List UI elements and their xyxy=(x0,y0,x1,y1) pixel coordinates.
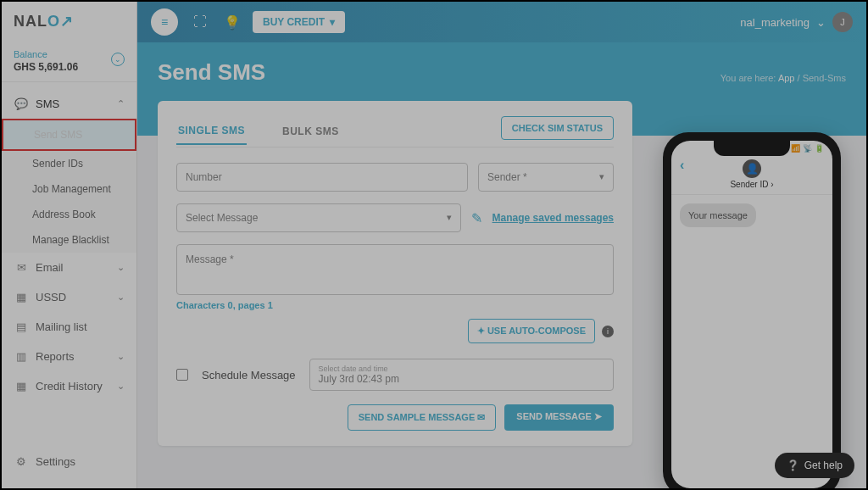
nav-mailing-list[interactable]: ▤Mailing list xyxy=(2,312,136,342)
message-bubble: Your message xyxy=(680,203,756,227)
help-icon: ❔ xyxy=(787,459,799,471)
pages-value: 1 xyxy=(268,300,273,310)
history-icon: ▦ xyxy=(14,380,29,393)
nav: 💬 SMS ⌃ Send SMS Sender IDs Job Manageme… xyxy=(2,82,136,435)
date-input[interactable]: Select date and time July 3rd 02:43 pm xyxy=(309,359,614,391)
nav-label: USSD xyxy=(36,291,66,303)
phone-avatar-icon: 👤 xyxy=(743,159,761,178)
nav-label: Mailing list xyxy=(36,320,87,333)
battery-icon: 🔋 xyxy=(815,144,824,153)
phone-notch xyxy=(714,141,790,156)
tab-single-sms[interactable]: SINGLE SMS xyxy=(176,118,247,145)
sub-manage-blacklist[interactable]: Manage Blacklist xyxy=(2,227,136,253)
info-icon[interactable]: i xyxy=(602,326,614,337)
chevron-down-icon: ⌄ xyxy=(117,292,125,303)
sidebar-toggle-button[interactable]: ≡ xyxy=(151,8,178,36)
check-sim-button[interactable]: CHECK SIM STATUS xyxy=(501,116,614,140)
nav-label: Settings xyxy=(36,455,75,468)
phone-header: ‹ 👤 Sender ID › xyxy=(671,156,832,195)
nav-label: Credit History xyxy=(36,380,103,393)
manage-saved-link[interactable]: Manage saved messages xyxy=(492,212,614,224)
chars-label: Characters xyxy=(176,300,225,310)
tabs: SINGLE SMS BULK SMS CHECK SIM STATUS xyxy=(176,116,614,148)
buy-credit-label: BUY CREDIT xyxy=(263,16,325,28)
nav-bottom: ⚙Settings xyxy=(2,435,136,488)
keypad-icon: ▦ xyxy=(14,291,29,303)
caret-down-icon: ▾ xyxy=(330,16,335,28)
select-message[interactable]: Select Message xyxy=(176,203,461,232)
username: nal_marketing xyxy=(740,16,810,29)
help-label: Get help xyxy=(804,459,843,471)
date-label: Select date and time xyxy=(319,365,604,373)
number-input[interactable]: Number xyxy=(176,163,468,192)
phone-screen: 📶📡🔋 ‹ 👤 Sender ID › Your message xyxy=(671,141,832,488)
fullscreen-icon[interactable]: ⛶ xyxy=(188,10,212,34)
logo-text: NAL xyxy=(14,13,47,30)
send-label: SEND MESSAGE xyxy=(516,411,592,421)
auto-compose-button[interactable]: ✦ USE AUTO-COMPOSE xyxy=(468,319,595,343)
sender-select[interactable]: Sender * xyxy=(478,163,614,192)
nav-ussd[interactable]: ▦USSD⌄ xyxy=(2,282,136,312)
logo: NALO↗ xyxy=(2,2,136,41)
send-message-button[interactable]: SEND MESSAGE ➤ xyxy=(504,404,614,431)
bulb-icon[interactable]: 💡 xyxy=(220,10,244,34)
sub-send-sms[interactable]: Send SMS xyxy=(2,119,136,151)
schedule-checkbox[interactable] xyxy=(176,369,188,381)
date-value: July 3rd 02:43 pm xyxy=(319,373,604,385)
list-icon: ▤ xyxy=(14,320,29,333)
form-card: SINGLE SMS BULK SMS CHECK SIM STATUS Num… xyxy=(158,101,632,446)
phone-sender: Sender ID › xyxy=(671,180,832,189)
breadcrumb-sep: / xyxy=(798,73,800,83)
header: ≡ ⛶ 💡 BUY CREDIT▾ nal_marketing ⌄ J xyxy=(137,2,866,42)
breadcrumb-current: Send-Sms xyxy=(803,73,846,83)
nav-reports[interactable]: ▥Reports⌄ xyxy=(2,342,136,371)
nav-label: SMS xyxy=(36,97,59,110)
message-textarea[interactable]: Message * xyxy=(176,244,614,295)
balance-amount: GHS 5,691.06 xyxy=(14,61,125,73)
nav-email[interactable]: ✉Email⌄ xyxy=(2,253,136,282)
avatar[interactable]: J xyxy=(832,12,853,32)
breadcrumb-prefix: You are here: xyxy=(721,73,776,83)
phone-preview: 📶📡🔋 ‹ 👤 Sender ID › Your message xyxy=(663,132,841,488)
breadcrumb: You are here: App / Send-Sms xyxy=(721,73,846,83)
sub-sender-ids[interactable]: Sender IDs xyxy=(2,151,136,176)
send-sample-button[interactable]: SEND SAMPLE MESSAGE ✉ xyxy=(348,404,497,431)
chevron-up-icon: ⌃ xyxy=(117,98,125,109)
chevron-down-icon: ⌄ xyxy=(117,381,125,392)
report-icon: ▥ xyxy=(14,350,29,363)
schedule-label: Schedule Message xyxy=(202,369,296,381)
edit-icon: ✎ xyxy=(471,210,482,226)
signal-icon: 📶 xyxy=(791,144,800,153)
mail-icon: ✉ xyxy=(14,261,29,274)
wifi-icon: 📡 xyxy=(803,144,812,153)
nav-sms[interactable]: 💬 SMS ⌃ xyxy=(2,89,136,119)
nav-label: Email xyxy=(36,261,64,274)
chevron-down-icon: ⌄ xyxy=(117,351,125,362)
sub-address-book[interactable]: Address Book xyxy=(2,202,136,227)
char-counter: Characters 0, pages 1 xyxy=(176,300,614,310)
gear-icon: ⚙ xyxy=(14,455,29,468)
buy-credit-button[interactable]: BUY CREDIT▾ xyxy=(253,11,345,33)
logo-accent: O xyxy=(47,13,60,30)
auto-compose-label: USE AUTO-COMPOSE xyxy=(487,326,586,336)
main: Send SMS You are here: App / Send-Sms SI… xyxy=(137,42,866,488)
chars-value: 0 xyxy=(228,300,233,310)
sidebar: NALO↗ Balance GHS 5,691.06 ⌄ 💬 SMS ⌃ Sen… xyxy=(2,2,137,488)
breadcrumb-app[interactable]: App xyxy=(778,73,795,83)
chat-icon: 💬 xyxy=(14,97,29,110)
pages-label: pages xyxy=(238,300,265,310)
get-help-button[interactable]: ❔Get help xyxy=(775,453,854,478)
tab-bulk-sms[interactable]: BULK SMS xyxy=(281,119,341,144)
chevron-down-icon[interactable]: ⌄ xyxy=(111,53,125,66)
sms-submenu: Send SMS Sender IDs Job Management Addre… xyxy=(2,119,136,253)
balance-box[interactable]: Balance GHS 5,691.06 ⌄ xyxy=(2,41,136,82)
chevron-down-icon: ⌄ xyxy=(816,16,826,29)
header-user[interactable]: nal_marketing ⌄ J xyxy=(740,12,853,32)
send-sample-label: SEND SAMPLE MESSAGE xyxy=(359,412,476,422)
phone-sender-label: Sender ID xyxy=(730,180,768,189)
phone-back-icon[interactable]: ‹ xyxy=(680,158,684,173)
sub-job-management[interactable]: Job Management xyxy=(2,176,136,202)
nav-credit-history[interactable]: ▦Credit History⌄ xyxy=(2,371,136,401)
nav-settings[interactable]: ⚙Settings xyxy=(14,447,125,476)
chevron-down-icon: ⌄ xyxy=(117,262,125,273)
